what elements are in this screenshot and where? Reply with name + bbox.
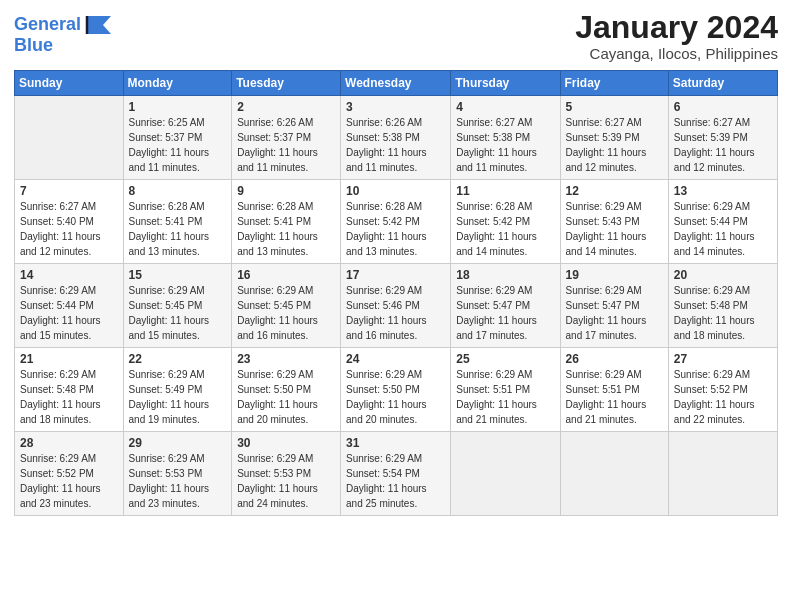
- calendar-cell: 24Sunrise: 6:29 AMSunset: 5:50 PMDayligh…: [341, 348, 451, 432]
- header-row: Sunday Monday Tuesday Wednesday Thursday…: [15, 71, 778, 96]
- day-number: 31: [346, 436, 445, 450]
- day-info: Sunrise: 6:29 AMSunset: 5:48 PMDaylight:…: [674, 283, 772, 343]
- day-number: 30: [237, 436, 335, 450]
- day-number: 8: [129, 184, 227, 198]
- day-number: 21: [20, 352, 118, 366]
- calendar-cell: 30Sunrise: 6:29 AMSunset: 5:53 PMDayligh…: [232, 432, 341, 516]
- day-info: Sunrise: 6:28 AMSunset: 5:42 PMDaylight:…: [346, 199, 445, 259]
- logo: General Blue: [14, 14, 111, 56]
- calendar-week-5: 28Sunrise: 6:29 AMSunset: 5:52 PMDayligh…: [15, 432, 778, 516]
- day-info: Sunrise: 6:29 AMSunset: 5:47 PMDaylight:…: [566, 283, 663, 343]
- header-friday: Friday: [560, 71, 668, 96]
- header-thursday: Thursday: [451, 71, 560, 96]
- calendar-header: Sunday Monday Tuesday Wednesday Thursday…: [15, 71, 778, 96]
- day-number: 18: [456, 268, 554, 282]
- calendar-cell: 8Sunrise: 6:28 AMSunset: 5:41 PMDaylight…: [123, 180, 232, 264]
- calendar-cell: [451, 432, 560, 516]
- day-number: 25: [456, 352, 554, 366]
- calendar-cell: 22Sunrise: 6:29 AMSunset: 5:49 PMDayligh…: [123, 348, 232, 432]
- day-info: Sunrise: 6:27 AMSunset: 5:40 PMDaylight:…: [20, 199, 118, 259]
- header-wednesday: Wednesday: [341, 71, 451, 96]
- calendar-cell: [15, 96, 124, 180]
- day-info: Sunrise: 6:29 AMSunset: 5:52 PMDaylight:…: [674, 367, 772, 427]
- day-info: Sunrise: 6:25 AMSunset: 5:37 PMDaylight:…: [129, 115, 227, 175]
- calendar-cell: 18Sunrise: 6:29 AMSunset: 5:47 PMDayligh…: [451, 264, 560, 348]
- day-number: 17: [346, 268, 445, 282]
- calendar-cell: 2Sunrise: 6:26 AMSunset: 5:37 PMDaylight…: [232, 96, 341, 180]
- day-info: Sunrise: 6:29 AMSunset: 5:50 PMDaylight:…: [237, 367, 335, 427]
- logo-line2: Blue: [14, 36, 111, 56]
- day-info: Sunrise: 6:27 AMSunset: 5:38 PMDaylight:…: [456, 115, 554, 175]
- day-number: 23: [237, 352, 335, 366]
- header: General Blue January 2024 Cayanga, Iloco…: [14, 10, 778, 62]
- logo-text: General: [14, 15, 81, 35]
- day-info: Sunrise: 6:29 AMSunset: 5:44 PMDaylight:…: [674, 199, 772, 259]
- day-info: Sunrise: 6:29 AMSunset: 5:54 PMDaylight:…: [346, 451, 445, 511]
- day-info: Sunrise: 6:26 AMSunset: 5:37 PMDaylight:…: [237, 115, 335, 175]
- calendar-cell: 12Sunrise: 6:29 AMSunset: 5:43 PMDayligh…: [560, 180, 668, 264]
- day-number: 10: [346, 184, 445, 198]
- calendar-cell: 5Sunrise: 6:27 AMSunset: 5:39 PMDaylight…: [560, 96, 668, 180]
- day-number: 5: [566, 100, 663, 114]
- calendar-cell: 6Sunrise: 6:27 AMSunset: 5:39 PMDaylight…: [668, 96, 777, 180]
- day-number: 15: [129, 268, 227, 282]
- day-info: Sunrise: 6:27 AMSunset: 5:39 PMDaylight:…: [566, 115, 663, 175]
- day-info: Sunrise: 6:29 AMSunset: 5:45 PMDaylight:…: [237, 283, 335, 343]
- day-info: Sunrise: 6:28 AMSunset: 5:41 PMDaylight:…: [237, 199, 335, 259]
- day-number: 28: [20, 436, 118, 450]
- calendar-cell: 16Sunrise: 6:29 AMSunset: 5:45 PMDayligh…: [232, 264, 341, 348]
- calendar-cell: 11Sunrise: 6:28 AMSunset: 5:42 PMDayligh…: [451, 180, 560, 264]
- header-monday: Monday: [123, 71, 232, 96]
- calendar-cell: 28Sunrise: 6:29 AMSunset: 5:52 PMDayligh…: [15, 432, 124, 516]
- location-subtitle: Cayanga, Ilocos, Philippines: [575, 45, 778, 62]
- calendar-cell: 25Sunrise: 6:29 AMSunset: 5:51 PMDayligh…: [451, 348, 560, 432]
- day-info: Sunrise: 6:29 AMSunset: 5:43 PMDaylight:…: [566, 199, 663, 259]
- day-info: Sunrise: 6:27 AMSunset: 5:39 PMDaylight:…: [674, 115, 772, 175]
- day-number: 27: [674, 352, 772, 366]
- calendar-week-3: 14Sunrise: 6:29 AMSunset: 5:44 PMDayligh…: [15, 264, 778, 348]
- day-number: 26: [566, 352, 663, 366]
- calendar-week-4: 21Sunrise: 6:29 AMSunset: 5:48 PMDayligh…: [15, 348, 778, 432]
- svg-marker-0: [87, 16, 111, 34]
- day-number: 4: [456, 100, 554, 114]
- day-number: 19: [566, 268, 663, 282]
- calendar-week-2: 7Sunrise: 6:27 AMSunset: 5:40 PMDaylight…: [15, 180, 778, 264]
- day-info: Sunrise: 6:28 AMSunset: 5:42 PMDaylight:…: [456, 199, 554, 259]
- day-number: 16: [237, 268, 335, 282]
- calendar-cell: 17Sunrise: 6:29 AMSunset: 5:46 PMDayligh…: [341, 264, 451, 348]
- calendar-cell: 9Sunrise: 6:28 AMSunset: 5:41 PMDaylight…: [232, 180, 341, 264]
- day-number: 20: [674, 268, 772, 282]
- calendar-cell: 20Sunrise: 6:29 AMSunset: 5:48 PMDayligh…: [668, 264, 777, 348]
- day-info: Sunrise: 6:29 AMSunset: 5:44 PMDaylight:…: [20, 283, 118, 343]
- day-info: Sunrise: 6:29 AMSunset: 5:53 PMDaylight:…: [237, 451, 335, 511]
- day-info: Sunrise: 6:29 AMSunset: 5:45 PMDaylight:…: [129, 283, 227, 343]
- calendar-cell: 26Sunrise: 6:29 AMSunset: 5:51 PMDayligh…: [560, 348, 668, 432]
- month-year-title: January 2024: [575, 10, 778, 45]
- calendar-cell: 15Sunrise: 6:29 AMSunset: 5:45 PMDayligh…: [123, 264, 232, 348]
- calendar-cell: 27Sunrise: 6:29 AMSunset: 5:52 PMDayligh…: [668, 348, 777, 432]
- calendar-cell: 21Sunrise: 6:29 AMSunset: 5:48 PMDayligh…: [15, 348, 124, 432]
- header-tuesday: Tuesday: [232, 71, 341, 96]
- title-area: January 2024 Cayanga, Ilocos, Philippine…: [575, 10, 778, 62]
- day-info: Sunrise: 6:29 AMSunset: 5:52 PMDaylight:…: [20, 451, 118, 511]
- calendar-cell: 4Sunrise: 6:27 AMSunset: 5:38 PMDaylight…: [451, 96, 560, 180]
- day-number: 2: [237, 100, 335, 114]
- day-number: 22: [129, 352, 227, 366]
- day-number: 24: [346, 352, 445, 366]
- header-sunday: Sunday: [15, 71, 124, 96]
- day-number: 1: [129, 100, 227, 114]
- calendar-cell: [560, 432, 668, 516]
- day-info: Sunrise: 6:28 AMSunset: 5:41 PMDaylight:…: [129, 199, 227, 259]
- day-number: 9: [237, 184, 335, 198]
- day-info: Sunrise: 6:29 AMSunset: 5:48 PMDaylight:…: [20, 367, 118, 427]
- day-info: Sunrise: 6:29 AMSunset: 5:51 PMDaylight:…: [456, 367, 554, 427]
- day-number: 13: [674, 184, 772, 198]
- calendar-cell: 14Sunrise: 6:29 AMSunset: 5:44 PMDayligh…: [15, 264, 124, 348]
- calendar-cell: 29Sunrise: 6:29 AMSunset: 5:53 PMDayligh…: [123, 432, 232, 516]
- calendar-cell: 1Sunrise: 6:25 AMSunset: 5:37 PMDaylight…: [123, 96, 232, 180]
- day-info: Sunrise: 6:29 AMSunset: 5:51 PMDaylight:…: [566, 367, 663, 427]
- logo-line1: General: [14, 14, 81, 34]
- day-info: Sunrise: 6:26 AMSunset: 5:38 PMDaylight:…: [346, 115, 445, 175]
- calendar-cell: 10Sunrise: 6:28 AMSunset: 5:42 PMDayligh…: [341, 180, 451, 264]
- calendar-cell: 7Sunrise: 6:27 AMSunset: 5:40 PMDaylight…: [15, 180, 124, 264]
